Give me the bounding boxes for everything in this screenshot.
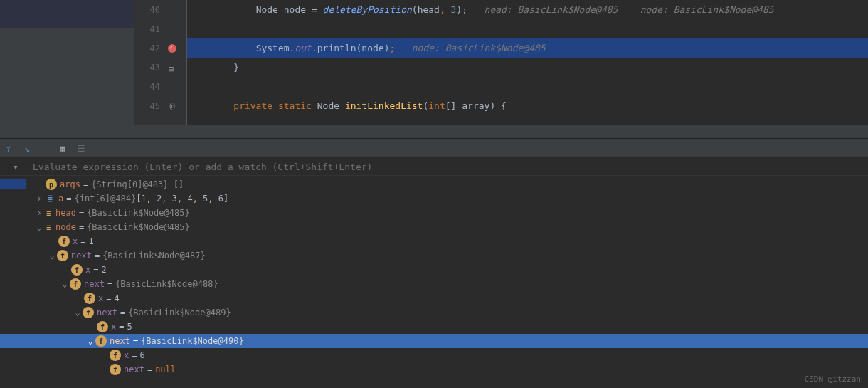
collapse-arrow-icon[interactable]: ⌄ xyxy=(60,279,70,289)
field-icon: f xyxy=(97,321,108,332)
step-icon[interactable]: ↘ xyxy=(21,142,33,154)
line-gutter[interactable]: 40 41 42 43 ⊟ 44 45 @ xyxy=(134,0,187,125)
collapse-icon[interactable]: ☰ xyxy=(75,142,87,154)
line-number: 42 xyxy=(144,43,160,53)
variable-row-x[interactable]: f x = 5 xyxy=(0,320,868,334)
evaluate-expression-input[interactable]: ▾ Evaluate expression (Enter) or add a w… xyxy=(0,158,868,176)
field-icon: f xyxy=(57,250,68,261)
debug-toolbar: ⇪ ↘ ▦ ☰ xyxy=(0,139,868,158)
stack-up-icon[interactable]: ⇪ xyxy=(3,142,14,154)
field-icon: f xyxy=(95,335,107,347)
collapse-arrow-icon[interactable]: ⌄ xyxy=(47,251,57,261)
object-icon: ≡ xyxy=(44,207,53,219)
variable-row-node[interactable]: ⌄ ≡ node = {BasicLink$Node@485} xyxy=(0,220,868,234)
code-line[interactable]: } xyxy=(187,58,868,77)
code-line[interactable]: Node node = deleteByPosition(head, 3); h… xyxy=(187,0,868,19)
code-editor: 40 41 42 43 ⊟ 44 45 @ Node node = delete… xyxy=(0,0,868,125)
field-icon: f xyxy=(110,350,121,361)
gutter-row[interactable]: 43 ⊟ xyxy=(134,58,186,77)
field-icon: f xyxy=(110,364,121,375)
input-placeholder: Evaluate expression (Enter) or add a wat… xyxy=(33,162,372,172)
object-icon: ≡ xyxy=(44,221,53,233)
variables-panel: p args = {String[0]@483} [] › ≣ a = {int… xyxy=(0,176,868,388)
line-number: 40 xyxy=(144,5,160,15)
line-number: 43 xyxy=(144,63,160,73)
collapse-arrow-icon[interactable]: ⌄ xyxy=(73,308,83,318)
collapse-arrow-icon[interactable]: ⌄ xyxy=(34,222,44,232)
variable-row-next-selected[interactable]: ⌄ f next = {BasicLink$Node@490} xyxy=(0,334,868,348)
gutter-row[interactable]: 45 @ xyxy=(134,96,186,115)
variable-row-args[interactable]: p args = {String[0]@483} [] xyxy=(0,177,868,192)
line-number: 44 xyxy=(144,82,160,92)
field-icon: f xyxy=(58,236,70,247)
field-icon: f xyxy=(83,307,94,318)
expand-arrow-icon[interactable]: › xyxy=(34,194,44,204)
variable-row-next[interactable]: ⌄ f next = {BasicLink$Node@488} xyxy=(0,277,868,291)
field-icon: f xyxy=(71,264,83,276)
code-line[interactable]: private static Node initLinkedList(int[]… xyxy=(187,96,868,115)
table-icon[interactable]: ▦ xyxy=(57,142,68,154)
fold-icon[interactable]: ⊟ xyxy=(169,64,176,71)
left-sidebar xyxy=(0,0,134,125)
chevron-down-icon[interactable]: ▾ xyxy=(13,162,18,172)
array-icon: ≣ xyxy=(44,193,55,204)
watermark: CSDN @itzzan xyxy=(805,374,861,384)
variable-row-head[interactable]: › ≡ head = {BasicLink$Node@485} xyxy=(0,206,868,220)
inline-hint: node: BasicLink$Node@485 xyxy=(412,43,546,53)
selection-indicator xyxy=(0,179,26,189)
line-number: 41 xyxy=(144,24,160,34)
line-number: 45 xyxy=(144,101,160,111)
variable-row-x[interactable]: f x = 6 xyxy=(0,348,868,362)
code-line-current[interactable]: System.out.println(node); node: BasicLin… xyxy=(187,38,868,58)
gutter-row[interactable]: 40 xyxy=(134,0,186,19)
panel-divider[interactable] xyxy=(0,125,868,139)
inline-hint: node: BasicLink$Node@485 xyxy=(640,4,774,15)
variable-row-x[interactable]: f x = 4 xyxy=(0,291,868,305)
gutter-row[interactable]: 41 xyxy=(134,19,186,38)
variable-row-x[interactable]: f x = 1 xyxy=(0,234,868,248)
variable-row-a[interactable]: › ≣ a = {int[6]@484} [1, 2, 3, 4, 5, 6] xyxy=(0,192,868,206)
parameter-icon: p xyxy=(46,179,57,190)
expand-arrow-icon[interactable]: › xyxy=(34,208,44,218)
breakpoint-icon[interactable] xyxy=(168,44,176,53)
gutter-row[interactable]: 42 xyxy=(134,38,186,58)
variable-row-next[interactable]: ⌄ f next = {BasicLink$Node@489} xyxy=(0,305,868,320)
field-icon: f xyxy=(70,278,81,290)
field-icon: f xyxy=(84,293,95,304)
override-icon[interactable]: @ xyxy=(160,101,184,111)
collapse-arrow-icon[interactable]: ⌄ xyxy=(85,336,95,346)
code-content[interactable]: Node node = deleteByPosition(head, 3); h… xyxy=(187,0,868,125)
code-line[interactable] xyxy=(187,19,868,38)
variable-row-x[interactable]: f x = 2 xyxy=(0,263,868,277)
variable-row-next[interactable]: ⌄ f next = {BasicLink$Node@487} xyxy=(0,248,868,263)
code-line[interactable] xyxy=(187,77,868,96)
inline-hint: head: BasicLink$Node@485 xyxy=(485,4,618,15)
variable-row-next-null[interactable]: f next = null xyxy=(0,362,868,377)
gutter-row[interactable]: 44 xyxy=(134,77,186,96)
